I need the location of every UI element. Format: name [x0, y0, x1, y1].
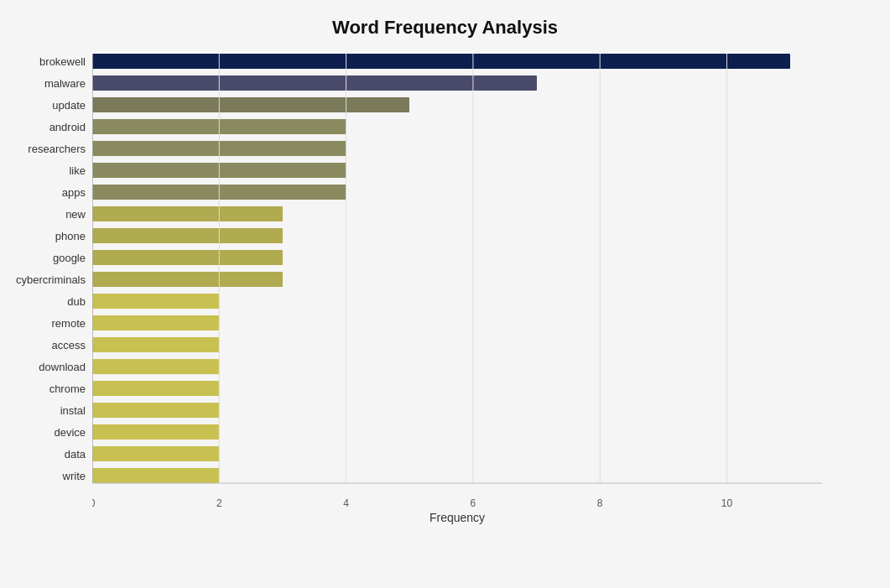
bar-row: write [92, 468, 822, 483]
bar [92, 97, 409, 112]
bar [92, 163, 346, 178]
bar-label: brokewell [2, 55, 86, 68]
bar-row: update [92, 97, 822, 112]
bar-row: apps [92, 185, 822, 200]
bar-label: update [2, 99, 86, 112]
bar-label: instal [2, 404, 86, 417]
bar [92, 315, 219, 330]
bar-row: device [92, 424, 822, 440]
bar-label: like [2, 164, 86, 177]
bar [92, 141, 346, 156]
bar [92, 337, 219, 352]
bar [92, 54, 790, 69]
bar-row: data [92, 446, 822, 461]
bar-label: phone [2, 230, 86, 242]
bar [92, 381, 219, 396]
chart-container: Word Frequency Analysis brokewellmalware… [0, 0, 890, 588]
bar-label: cybercriminals [2, 273, 86, 286]
bar-label: chrome [2, 382, 86, 395]
bar [92, 424, 219, 440]
bar [92, 272, 283, 287]
bar-label: device [2, 426, 86, 439]
bar [92, 185, 346, 200]
bar [92, 119, 346, 134]
bar [92, 359, 219, 374]
bar-label: access [2, 339, 86, 351]
bar-label: google [2, 252, 86, 264]
bars-section: brokewellmalwareupdateandroidresearchers… [92, 54, 865, 517]
bar-label: malware [2, 77, 86, 90]
bar [92, 250, 283, 265]
bar-label: remote [2, 317, 86, 330]
bar-row: access [92, 337, 822, 352]
bar-row: researchers [92, 141, 822, 156]
bar-label: download [2, 361, 86, 373]
bar-label: dub [2, 295, 86, 308]
bar-row: download [92, 359, 822, 374]
bar-row: cybercriminals [92, 272, 822, 287]
bar-label: researchers [2, 143, 86, 155]
bar [92, 206, 283, 221]
bar-row: like [92, 163, 822, 178]
bar-row: malware [92, 75, 822, 91]
bar [92, 294, 219, 309]
bar-row: phone [92, 228, 822, 243]
bar-label: write [2, 470, 86, 482]
chart-title: Word Frequency Analysis [25, 17, 865, 39]
bar-row: android [92, 119, 822, 134]
bar-row: new [92, 206, 822, 221]
bar-label: new [2, 208, 86, 221]
bar-row: instal [92, 403, 822, 418]
bar-row: brokewell [92, 54, 822, 69]
bar [92, 403, 219, 418]
chart-area: brokewellmalwareupdateandroidresearchers… [92, 54, 865, 533]
bar [92, 468, 219, 483]
bar [92, 446, 219, 461]
bar [92, 75, 537, 91]
bar-row: dub [92, 294, 822, 309]
bar [92, 228, 283, 243]
bar-row: google [92, 250, 822, 265]
bar-row: remote [92, 315, 822, 330]
bar-label: data [2, 448, 86, 461]
bar-label: android [2, 121, 86, 133]
bar-row: chrome [92, 381, 822, 396]
bar-label: apps [2, 186, 86, 199]
